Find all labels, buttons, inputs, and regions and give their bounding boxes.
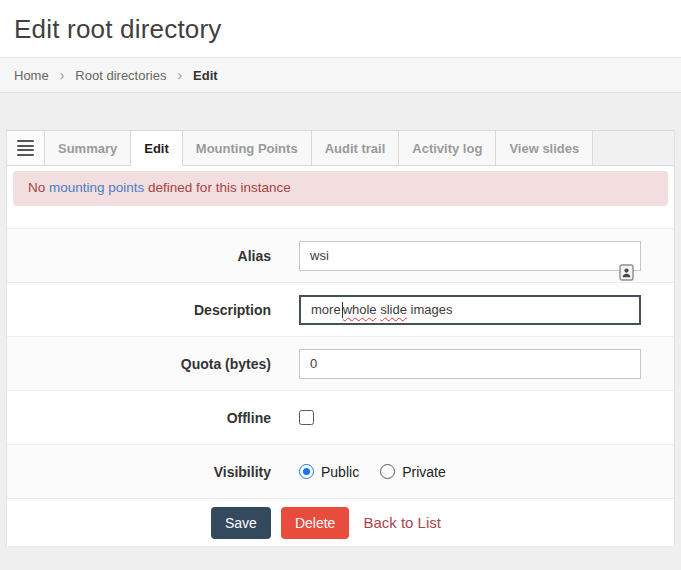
description-row: Description morewhole slide images <box>7 282 674 336</box>
tab-activity-log[interactable]: Activity log <box>399 131 496 165</box>
alert-text-before: No <box>28 180 49 195</box>
menu-tab[interactable] <box>7 131 45 165</box>
visibility-public-label: Public <box>321 464 359 480</box>
description-input[interactable]: morewhole slide images <box>299 295 641 325</box>
description-label: Description <box>7 302 271 318</box>
no-mounting-points-alert: No mounting points defined for this inst… <box>13 171 668 206</box>
breadcrumb: Home › Root directories › Edit <box>0 57 681 93</box>
hamburger-icon <box>17 138 34 158</box>
tab-bar: Summary Edit Mounting Points Audit trail… <box>7 130 674 166</box>
visibility-label: Visibility <box>7 464 271 480</box>
alert-text-after: defined for this instance <box>144 180 290 195</box>
alias-row: Alias wsi <box>7 228 674 282</box>
offline-row: Offline <box>7 390 674 444</box>
visibility-public-radio[interactable] <box>299 464 314 479</box>
page-background-gap <box>0 93 681 130</box>
tab-audit-trail[interactable]: Audit trail <box>312 131 400 165</box>
page-header: Edit root directory <box>0 0 681 57</box>
breadcrumb-separator-icon: › <box>177 67 182 83</box>
actions-row: Save Delete Back to List <box>7 498 674 546</box>
quota-input[interactable]: 0 <box>299 349 641 379</box>
visibility-options: Public Private <box>299 464 446 480</box>
mounting-points-link[interactable]: mounting points <box>49 180 144 195</box>
breadcrumb-current: Edit <box>193 68 218 83</box>
main-panel: Summary Edit Mounting Points Audit trail… <box>6 130 675 546</box>
tab-summary[interactable]: Summary <box>45 131 131 165</box>
breadcrumb-home[interactable]: Home <box>14 68 49 83</box>
visibility-private-label: Private <box>402 464 446 480</box>
offline-label: Offline <box>7 410 271 426</box>
save-button[interactable]: Save <box>211 507 271 539</box>
quota-value: 0 <box>310 356 317 371</box>
back-to-list-link[interactable]: Back to List <box>363 514 441 531</box>
visibility-row: Visibility Public Private <box>7 444 674 498</box>
tab-bar-filler <box>593 131 674 165</box>
tab-edit[interactable]: Edit <box>131 131 183 166</box>
alias-input[interactable]: wsi <box>299 241 641 271</box>
visibility-private-radio[interactable] <box>380 464 395 479</box>
quota-row: Quota (bytes) 0 <box>7 336 674 390</box>
offline-checkbox[interactable] <box>299 410 314 425</box>
tab-view-slides[interactable]: View slides <box>496 131 593 165</box>
page-title: Edit root directory <box>14 14 681 45</box>
edit-form: Alias wsi Description morewhole s <box>7 228 674 546</box>
quota-label: Quota (bytes) <box>7 356 271 372</box>
tab-mounting-points[interactable]: Mounting Points <box>183 131 312 165</box>
breadcrumb-root-directories[interactable]: Root directories <box>75 68 166 83</box>
alias-label: Alias <box>7 248 271 264</box>
alias-value: wsi <box>310 248 329 263</box>
delete-button[interactable]: Delete <box>281 507 349 539</box>
autofill-person-icon[interactable] <box>576 249 634 299</box>
breadcrumb-separator-icon: › <box>60 67 65 83</box>
